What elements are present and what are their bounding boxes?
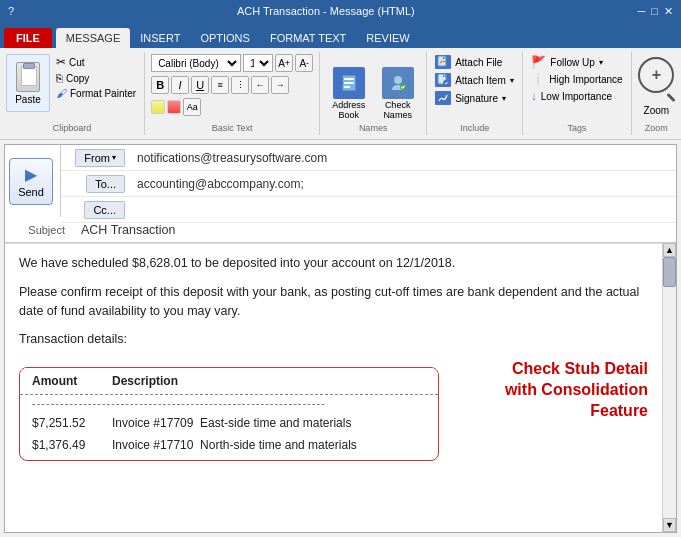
check-names-button[interactable]: Check Names: [375, 67, 420, 121]
include-group-label: Include: [427, 123, 522, 133]
clipboard-group-label: Clipboard: [0, 123, 144, 133]
numbering-button[interactable]: ⋮: [231, 76, 249, 94]
address-book-button[interactable]: Address Book: [326, 67, 371, 121]
svg-rect-2: [344, 82, 354, 84]
attach-item-button[interactable]: Attach Item ▾: [433, 72, 516, 88]
font-grow-button[interactable]: A+: [275, 54, 293, 72]
low-importance-icon: ↓: [531, 90, 537, 102]
table-row: $1,376.49 Invoice #17710 North-side time…: [20, 434, 438, 460]
ribbon-group-basic-text: Calibri (Body) 11 A+ A- B I U ≡ ⋮ ← →: [145, 52, 320, 135]
tab-format-text[interactable]: FORMAT TEXT: [260, 28, 356, 48]
paste-label: Paste: [15, 94, 41, 105]
col-amount-header: Amount: [32, 372, 112, 390]
email-container: ▶ Send From ▾: [4, 144, 677, 533]
close-button[interactable]: ✕: [664, 5, 673, 18]
decrease-indent-button[interactable]: ←: [251, 76, 269, 94]
format-painter-label: Format Painter: [70, 88, 136, 99]
compose-area: ▶ Send From ▾: [5, 145, 676, 217]
increase-indent-button[interactable]: →: [271, 76, 289, 94]
ribbon-group-names: Address Book Check Names Names: [320, 52, 427, 135]
send-arrow-icon: ▶: [25, 165, 37, 184]
cut-button[interactable]: ✂ Cut: [54, 54, 138, 70]
clear-format-button[interactable]: Aa: [183, 98, 201, 116]
subject-label: Subject: [5, 221, 75, 239]
check-stub-line2: with Consolidation Feature: [449, 380, 648, 422]
compose-left: ▶ Send: [5, 145, 61, 217]
tab-insert[interactable]: INSERT: [130, 28, 190, 48]
high-importance-button[interactable]: ❕ High Importance: [529, 72, 624, 87]
attach-item-chevron: ▾: [510, 76, 514, 85]
svg-rect-3: [344, 86, 350, 88]
font-size-select[interactable]: 11: [243, 54, 273, 72]
font-name-select[interactable]: Calibri (Body): [151, 54, 241, 72]
bold-button[interactable]: B: [151, 76, 169, 94]
check-stub-line1: Check Stub Detail: [449, 359, 648, 380]
check-stub-label: Check Stub Detail with Consolidation Fea…: [449, 359, 648, 421]
attach-file-button[interactable]: Attach File: [433, 54, 516, 70]
zoom-label: Zoom: [644, 105, 670, 116]
tab-file[interactable]: FILE: [4, 28, 52, 48]
window-title: ACH Transaction - Message (HTML): [14, 5, 637, 17]
check-names-icon: [382, 67, 414, 99]
maximize-button[interactable]: □: [651, 5, 658, 18]
from-input[interactable]: [131, 148, 676, 168]
high-importance-icon: ❕: [531, 73, 545, 86]
transaction-table: Amount Description ---------------------…: [19, 367, 439, 461]
from-chevron-icon: ▾: [112, 153, 116, 162]
svg-rect-1: [344, 78, 354, 80]
italic-button[interactable]: I: [171, 76, 189, 94]
svg-point-6: [394, 76, 402, 84]
signature-button[interactable]: Signature ▾: [433, 90, 516, 106]
address-book-icon: [333, 67, 365, 99]
underline-button[interactable]: U: [191, 76, 209, 94]
row1-amount: $7,251.52: [32, 414, 112, 432]
main-content: ▶ Send From ▾: [0, 140, 681, 537]
follow-up-button[interactable]: 🚩 Follow Up ▾: [529, 54, 624, 70]
zoom-icon: +: [638, 57, 674, 93]
ribbon-group-include: Attach File Attach Item ▾: [427, 52, 523, 135]
attach-item-label: Attach Item: [455, 75, 506, 86]
scroll-thumb[interactable]: [663, 257, 676, 287]
minimize-button[interactable]: ─: [638, 5, 646, 18]
bullets-button[interactable]: ≡: [211, 76, 229, 94]
format-painter-button[interactable]: 🖌 Format Painter: [54, 86, 138, 100]
row2-desc: Invoice #17710 North-side time and mater…: [112, 436, 426, 454]
subject-input[interactable]: [75, 220, 676, 240]
cc-btn-container: Cc...: [61, 201, 131, 219]
copy-button[interactable]: ⎘ Copy: [54, 71, 138, 85]
zoom-button[interactable]: + Zoom: [638, 57, 674, 116]
title-controls: ─ □ ✕: [638, 5, 673, 18]
title-bar: ? ACH Transaction - Message (HTML) ─ □ ✕: [0, 0, 681, 22]
to-input[interactable]: [131, 174, 676, 194]
scroll-down-button[interactable]: ▼: [663, 518, 676, 532]
font-shrink-button[interactable]: A-: [295, 54, 313, 72]
scrollbar: ▲ ▼: [662, 243, 676, 532]
signature-label: Signature: [455, 93, 498, 104]
paste-button[interactable]: Paste: [6, 54, 50, 112]
table-row: $7,251.52 Invoice #17709 East-side time …: [20, 412, 438, 434]
cc-button[interactable]: Cc...: [84, 201, 125, 219]
follow-up-chevron: ▾: [599, 58, 603, 67]
scroll-up-button[interactable]: ▲: [663, 243, 676, 257]
from-button[interactable]: From ▾: [75, 149, 125, 167]
send-label: Send: [18, 186, 44, 198]
to-field: To...: [61, 171, 676, 197]
transaction-details-label: Transaction details:: [19, 330, 648, 349]
low-importance-button[interactable]: ↓ Low Importance: [529, 89, 624, 103]
send-button[interactable]: ▶ Send: [9, 158, 53, 205]
attach-file-label: Attach File: [455, 57, 502, 68]
scroll-track[interactable]: [663, 257, 676, 518]
cut-icon: ✂: [56, 55, 66, 69]
tab-message[interactable]: MESSAGE: [56, 28, 130, 48]
to-button[interactable]: To...: [86, 175, 125, 193]
message-body: We have scheduled $8,628.01 to be deposi…: [5, 243, 662, 463]
tab-review[interactable]: REVIEW: [356, 28, 419, 48]
tab-options[interactable]: OPTIONS: [190, 28, 260, 48]
include-buttons: Attach File Attach Item ▾: [433, 54, 516, 120]
to-btn-container: To...: [61, 175, 131, 193]
check-names-label: Check Names: [375, 101, 420, 121]
highlight-color-button[interactable]: [151, 100, 165, 114]
copy-label: Copy: [66, 73, 89, 84]
font-color-button[interactable]: [167, 100, 181, 114]
attach-file-icon: [435, 55, 451, 69]
